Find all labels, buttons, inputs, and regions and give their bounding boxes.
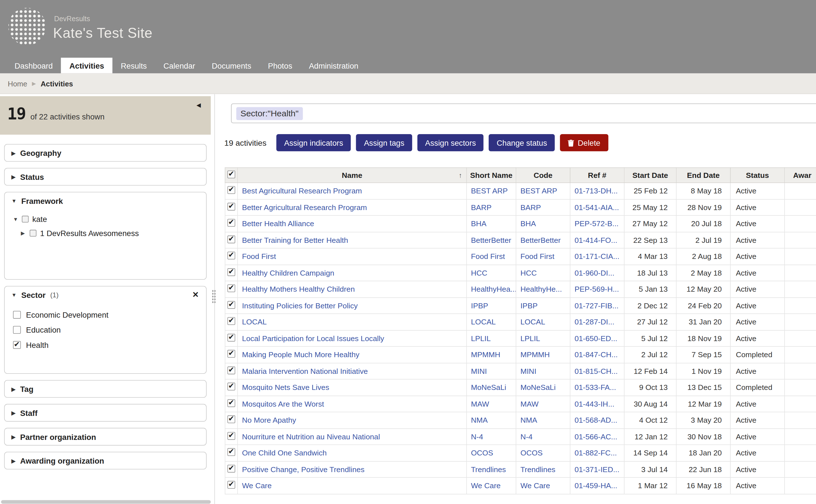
row-checkbox[interactable]: [228, 448, 236, 456]
activity-code-link[interactable]: NMA: [520, 416, 537, 424]
activity-ref-link[interactable]: 01-287-DI...: [574, 318, 615, 326]
column-header-start-date[interactable]: Start Date: [625, 168, 676, 183]
activity-name-link[interactable]: Best Agricultural Research Program: [242, 187, 362, 195]
activity-short-name-link[interactable]: We Care: [471, 481, 500, 490]
activity-code-link[interactable]: MAW: [520, 400, 538, 408]
activity-short-name-link[interactable]: LOCAL: [471, 318, 496, 326]
activity-name-link[interactable]: No More Apathy: [242, 416, 296, 424]
activity-name-link[interactable]: One Child One Sandwich: [242, 449, 327, 457]
activity-ref-link[interactable]: 01-882-FC...: [574, 449, 617, 457]
row-checkbox[interactable]: [228, 285, 236, 293]
column-header-name[interactable]: Name↑: [238, 168, 467, 183]
activity-name-link[interactable]: Nourriture et Nutrition au Niveau Nation…: [242, 432, 380, 440]
activity-short-name-link[interactable]: BHA: [471, 219, 486, 228]
sector-option-label[interactable]: Health: [26, 341, 49, 349]
activity-code-link[interactable]: HCC: [520, 269, 537, 277]
caret-down-icon[interactable]: ▼: [13, 216, 18, 222]
activity-short-name-link[interactable]: NMA: [471, 416, 487, 424]
sidebar-horizontal-scrollbar[interactable]: [1, 500, 211, 503]
activity-code-link[interactable]: IPBP: [520, 301, 537, 309]
activity-code-link[interactable]: HealthyHe...: [520, 285, 562, 293]
row-checkbox[interactable]: [228, 465, 236, 473]
row-checkbox[interactable]: [228, 481, 236, 489]
activity-code-link[interactable]: N-4: [520, 432, 532, 440]
activity-name-link[interactable]: Local Participation for Local Issues Loc…: [242, 334, 384, 342]
sector-option-checkbox[interactable]: [13, 326, 21, 334]
column-header-code[interactable]: Code: [516, 168, 570, 183]
activity-code-link[interactable]: LPLIL: [520, 334, 540, 342]
activity-name-link[interactable]: Better Health Alliance: [242, 219, 314, 228]
activity-ref-link[interactable]: 01-566-AC...: [574, 432, 617, 440]
devresults-logo-icon[interactable]: [8, 8, 46, 45]
filter-panel-header[interactable]: ▶ Tag: [5, 381, 206, 397]
activity-code-link[interactable]: BHA: [520, 219, 536, 228]
row-checkbox[interactable]: [228, 366, 236, 374]
row-checkbox[interactable]: [228, 252, 236, 260]
activity-code-link[interactable]: MPMMH: [520, 350, 550, 359]
row-checkbox[interactable]: [228, 383, 236, 391]
activity-short-name-link[interactable]: HealthyHea...: [471, 285, 516, 293]
nav-item[interactable]: Photos: [260, 58, 301, 73]
caret-right-icon[interactable]: ▶: [21, 230, 26, 236]
row-checkbox[interactable]: [228, 219, 236, 227]
activity-ref-link[interactable]: 01-459-HA...: [574, 481, 617, 490]
activity-name-link[interactable]: Malaria Intervention National Initiative: [242, 367, 368, 375]
delete-button[interactable]: Delete: [560, 134, 608, 151]
filter-panel-header[interactable]: ▶ Partner organization: [5, 428, 206, 445]
activity-ref-link[interactable]: 01-443-IH...: [574, 400, 615, 408]
column-header-awarding[interactable]: Awar: [785, 168, 816, 183]
framework-root-checkbox[interactable]: [22, 216, 29, 222]
bulk-action-button[interactable]: Change status: [489, 134, 555, 151]
activity-ref-link[interactable]: PEP-572-B...: [574, 219, 619, 228]
filter-panel-header[interactable]: ▶ Staff: [5, 404, 206, 421]
filter-panel-header[interactable]: ▼ Sector (1) ✕: [5, 286, 206, 303]
activity-short-name-link[interactable]: MAW: [471, 400, 489, 408]
activity-short-name-link[interactable]: BEST ARP: [471, 187, 508, 195]
activity-ref-link[interactable]: 01-650-ED...: [574, 334, 617, 342]
filter-panel-header[interactable]: ▼ Framework: [5, 192, 206, 209]
sector-option-label[interactable]: Economic Development: [26, 310, 108, 319]
row-checkbox[interactable]: [228, 432, 236, 440]
activity-code-link[interactable]: MoNeSaLi: [520, 383, 556, 391]
collapse-sidebar-icon[interactable]: ◀: [196, 102, 201, 109]
activity-ref-link[interactable]: 01-568-AD...: [574, 416, 617, 424]
row-checkbox[interactable]: [228, 186, 236, 194]
activity-code-link[interactable]: MINI: [520, 367, 536, 375]
activity-short-name-link[interactable]: BARP: [471, 203, 491, 211]
activity-short-name-link[interactable]: MINI: [471, 367, 487, 375]
row-checkbox[interactable]: [228, 399, 236, 407]
activity-name-link[interactable]: Food First: [242, 252, 276, 260]
activity-ref-link[interactable]: 01-533-FA...: [574, 383, 616, 391]
activity-name-link[interactable]: We Care: [242, 481, 272, 490]
row-checkbox[interactable]: [228, 268, 236, 276]
activity-name-link[interactable]: Mosquitos Are the Worst: [242, 400, 324, 408]
filter-panel-header[interactable]: ▶ Geography: [5, 145, 206, 161]
activity-code-link[interactable]: We Care: [520, 481, 550, 490]
activity-name-link[interactable]: Mosquito Nets Save Lives: [242, 383, 329, 391]
activity-name-link[interactable]: Instituting Policies for Better Policy: [242, 301, 358, 309]
activity-name-link[interactable]: Making People Much More Healthy: [242, 350, 360, 359]
filter-panel-header[interactable]: ▶ Awarding organization: [5, 452, 206, 469]
activity-code-link[interactable]: BetterBetter: [520, 236, 560, 244]
activity-name-link[interactable]: LOCAL: [242, 318, 267, 326]
sector-option-checkbox[interactable]: [13, 311, 21, 319]
row-checkbox[interactable]: [228, 317, 236, 325]
activity-name-link[interactable]: Healthy Children Campaign: [242, 269, 334, 277]
activity-name-link[interactable]: Positive Change, Positive Trendlines: [242, 465, 364, 473]
row-checkbox[interactable]: [228, 235, 236, 243]
sector-option-checkbox[interactable]: [13, 341, 21, 349]
activity-ref-link[interactable]: 01-815-CH...: [574, 367, 618, 375]
nav-item[interactable]: Dashboard: [6, 58, 61, 73]
activity-short-name-link[interactable]: LPLIL: [471, 334, 491, 342]
framework-child-checkbox[interactable]: [30, 230, 36, 237]
activity-code-link[interactable]: OCOS: [520, 449, 543, 457]
activity-short-name-link[interactable]: N-4: [471, 432, 483, 440]
activity-ref-link[interactable]: 01-960-DI...: [574, 269, 615, 277]
row-checkbox[interactable]: [228, 416, 236, 424]
column-header-end-date[interactable]: End Date: [676, 168, 730, 183]
search-filter-input[interactable]: Sector:"Health": [231, 103, 816, 123]
activity-short-name-link[interactable]: OCOS: [471, 449, 493, 457]
activity-name-link[interactable]: Better Agricultural Research Program: [242, 203, 367, 211]
activity-code-link[interactable]: Food First: [520, 252, 554, 260]
framework-child-label[interactable]: 1 DevResults Awesomeness: [40, 229, 139, 237]
